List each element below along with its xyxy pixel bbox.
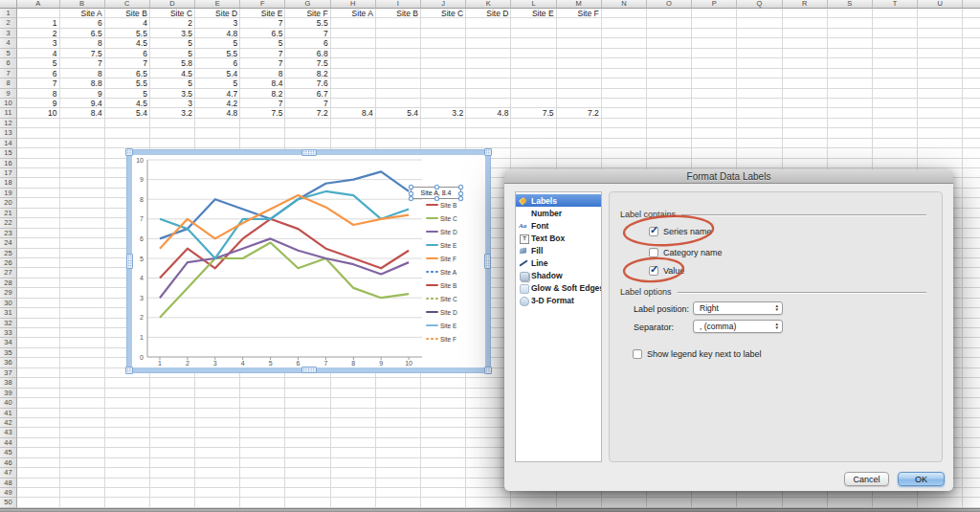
col-header-I[interactable]: I — [376, 0, 421, 9]
col-header-G[interactable]: G — [285, 0, 330, 9]
cell-L14[interactable] — [511, 139, 556, 148]
cell-O10[interactable] — [647, 99, 692, 108]
cell-K49[interactable] — [466, 488, 511, 498]
cell-D44[interactable] — [150, 438, 195, 448]
cell-A42[interactable] — [17, 418, 60, 428]
cell-S4[interactable] — [828, 38, 873, 48]
cell-F48[interactable] — [240, 479, 285, 488]
cell-B45[interactable] — [60, 448, 105, 457]
cell-J7[interactable] — [421, 69, 466, 78]
cell-I40[interactable] — [376, 398, 421, 408]
cell-P16[interactable] — [692, 159, 737, 168]
cell-D2[interactable]: 2 — [150, 18, 195, 28]
label-handle-icon[interactable] — [409, 185, 413, 189]
cell-B1[interactable]: Site A — [60, 9, 105, 18]
cell-M3[interactable] — [557, 29, 602, 38]
cell-S15[interactable] — [828, 148, 873, 158]
cell-C41[interactable] — [105, 409, 150, 418]
cell-B47[interactable] — [60, 468, 105, 478]
row-header-29[interactable]: 29 — [0, 288, 17, 298]
cell-L6[interactable] — [511, 58, 556, 68]
cell-S13[interactable] — [828, 128, 873, 138]
cell-J41[interactable] — [421, 409, 466, 418]
cell-I39[interactable] — [376, 389, 421, 398]
cell-B41[interactable] — [60, 409, 105, 418]
cell-I13[interactable] — [376, 128, 421, 138]
cell-T50[interactable] — [873, 498, 918, 507]
cell-O4[interactable] — [647, 38, 692, 48]
cell-D47[interactable] — [150, 468, 195, 478]
cell-H13[interactable] — [331, 128, 376, 138]
cell-Q12[interactable] — [737, 119, 782, 128]
cell-A9[interactable]: 8 — [17, 89, 60, 99]
row-header-40[interactable]: 40 — [0, 398, 17, 408]
cell-G11[interactable]: 7.2 — [285, 108, 330, 118]
cell-C46[interactable] — [105, 458, 150, 468]
cell-B40[interactable] — [60, 398, 105, 408]
row-header-11[interactable]: 11 — [0, 108, 17, 118]
cell-H38[interactable] — [331, 378, 376, 388]
separator-dropdown[interactable]: , (comma) ▲▼ — [693, 320, 783, 333]
cell-A12[interactable] — [17, 119, 60, 128]
cell-F5[interactable]: 7 — [240, 49, 285, 58]
cell-I12[interactable] — [376, 119, 421, 128]
cell-F7[interactable]: 8 — [240, 69, 285, 78]
col-header-D[interactable]: D — [150, 0, 195, 9]
cell-H41[interactable] — [331, 409, 376, 418]
cell-D43[interactable] — [150, 428, 195, 437]
cell-T11[interactable] — [873, 108, 918, 118]
cell-I14[interactable] — [376, 139, 421, 148]
col-header-O[interactable]: O — [647, 0, 692, 9]
cell-V29[interactable] — [963, 288, 980, 298]
cell-A49[interactable] — [17, 488, 60, 498]
cell-H43[interactable] — [331, 428, 376, 437]
cancel-button[interactable]: Cancel — [844, 472, 889, 486]
row-header-1[interactable]: 1 — [0, 9, 17, 18]
cell-M11[interactable]: 7.2 — [557, 108, 602, 118]
cell-A22[interactable] — [17, 218, 60, 228]
cell-N5[interactable] — [602, 49, 647, 58]
cell-N15[interactable] — [602, 148, 647, 158]
cell-B44[interactable] — [60, 438, 105, 448]
cell-R3[interactable] — [783, 29, 828, 38]
cell-D42[interactable] — [150, 418, 195, 428]
cell-U8[interactable] — [918, 78, 963, 88]
cell-B35[interactable] — [60, 348, 105, 358]
legend-entry[interactable]: Site B — [426, 278, 457, 292]
cell-A4[interactable]: 3 — [17, 38, 60, 48]
cell-C2[interactable]: 4 — [105, 18, 150, 28]
cell-F39[interactable] — [240, 389, 285, 398]
cell-J47[interactable] — [421, 468, 466, 478]
cell-D5[interactable]: 5 — [150, 49, 195, 58]
cell-G9[interactable]: 6.7 — [285, 89, 330, 99]
sidebar-item-labels[interactable]: Labels — [516, 194, 601, 207]
cell-H42[interactable] — [331, 418, 376, 428]
cell-U6[interactable] — [918, 58, 963, 68]
cell-F11[interactable]: 7.5 — [240, 108, 285, 118]
cell-B42[interactable] — [60, 418, 105, 428]
cell-J2[interactable] — [421, 18, 466, 28]
cell-B13[interactable] — [60, 128, 105, 138]
cell-I44[interactable] — [376, 438, 421, 448]
cell-B27[interactable] — [60, 268, 105, 278]
col-header-V[interactable]: V — [963, 0, 980, 9]
cell-L2[interactable] — [511, 18, 556, 28]
cell-E49[interactable] — [195, 488, 240, 498]
cell-F2[interactable]: 7 — [240, 18, 285, 28]
cell-D10[interactable]: 3 — [150, 99, 195, 108]
cell-V30[interactable] — [963, 299, 980, 308]
row-header-41[interactable]: 41 — [0, 409, 17, 418]
cell-B3[interactable]: 6.5 — [60, 29, 105, 38]
cell-E3[interactable]: 4.8 — [195, 29, 240, 38]
cell-L12[interactable] — [511, 119, 556, 128]
row-header-49[interactable]: 49 — [0, 488, 17, 498]
row-header-46[interactable]: 46 — [0, 458, 17, 468]
cell-V13[interactable] — [963, 128, 980, 138]
cell-J43[interactable] — [421, 428, 466, 437]
cell-F44[interactable] — [240, 438, 285, 448]
cell-K5[interactable] — [466, 49, 511, 58]
selected-data-label[interactable]: Site A, 8.4 — [411, 187, 461, 199]
cell-S5[interactable] — [828, 49, 873, 58]
row-header-10[interactable]: 10 — [0, 99, 17, 108]
cell-V25[interactable] — [963, 249, 980, 258]
